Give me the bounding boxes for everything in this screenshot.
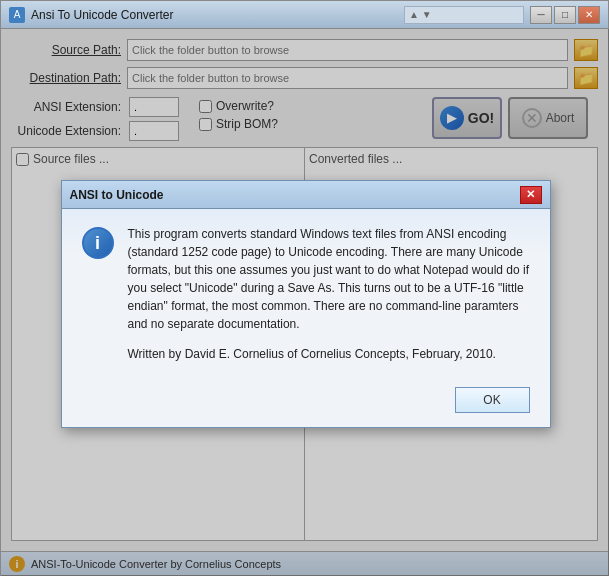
- window-title: Ansi To Unicode Converter: [31, 8, 398, 22]
- minimize-button[interactable]: ─: [530, 6, 552, 24]
- maximize-button[interactable]: □: [554, 6, 576, 24]
- info-icon: i: [82, 227, 114, 259]
- dialog-title: ANSI to Unicode: [70, 188, 514, 202]
- dialog-text: This program converts standard Windows t…: [128, 225, 530, 363]
- dialog-footer: OK: [62, 379, 550, 427]
- address-bar: ▲ ▼: [404, 6, 524, 24]
- dialog-overlay: ANSI to Unicode ✕ i This program convert…: [1, 29, 609, 576]
- dialog-body: i This program converts standard Windows…: [62, 209, 550, 379]
- ok-button[interactable]: OK: [455, 387, 530, 413]
- dialog-title-bar: ANSI to Unicode ✕: [62, 181, 550, 209]
- main-content-area: Source Path: 📁 Destination Path: 📁 ANSI …: [1, 29, 608, 575]
- title-controls: ─ □ ✕: [530, 6, 600, 24]
- close-button[interactable]: ✕: [578, 6, 600, 24]
- app-icon: A: [9, 7, 25, 23]
- info-dialog: ANSI to Unicode ✕ i This program convert…: [61, 180, 551, 428]
- main-window: A Ansi To Unicode Converter ▲ ▼ ─ □ ✕ So…: [0, 0, 609, 576]
- dialog-close-button[interactable]: ✕: [520, 186, 542, 204]
- title-bar: A Ansi To Unicode Converter ▲ ▼ ─ □ ✕: [1, 1, 608, 29]
